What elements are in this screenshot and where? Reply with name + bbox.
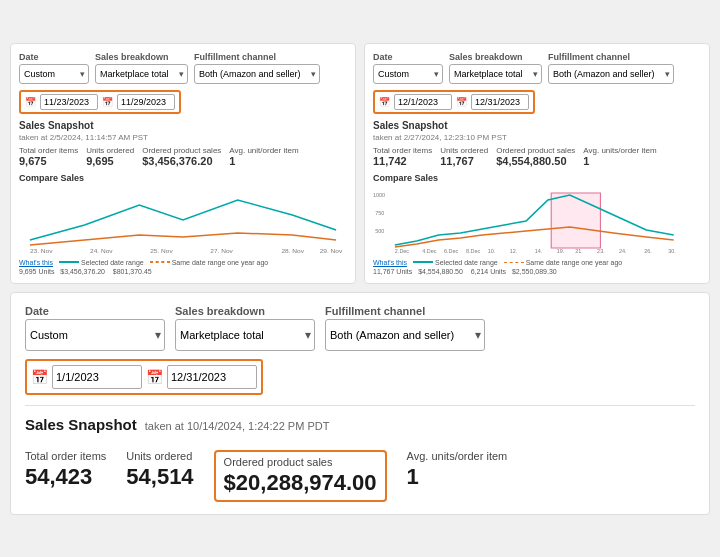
metric-value-total-orders-right: 11,742 bbox=[373, 155, 432, 167]
metric-label-avg-right: Avg. units/order item bbox=[583, 146, 656, 155]
main-panel: Date Custom Sales breakdown Marketplace … bbox=[10, 292, 710, 515]
date-select-right[interactable]: Custom bbox=[373, 64, 443, 84]
legend-item-2-left: Same date range one year ago bbox=[150, 259, 269, 266]
main-metric-value-sales: $20,288,974.00 bbox=[224, 470, 377, 496]
calendar-icon-main-end: 📅 bbox=[146, 369, 163, 385]
snapshot-time-main: taken at 10/14/2024, 1:24:22 PM PDT bbox=[145, 420, 330, 432]
date-select-wrapper-main[interactable]: Custom bbox=[25, 319, 165, 351]
fulfillment-label-left: Fulfillment channel bbox=[194, 52, 320, 62]
sales-breakdown-select-wrapper-main[interactable]: Marketplace total bbox=[175, 319, 315, 351]
svg-text:24. Nov: 24. Nov bbox=[90, 247, 113, 254]
metric-sales-left: Ordered product sales $3,456,376.20 bbox=[142, 146, 221, 167]
date-select-wrapper-left[interactable]: Custom bbox=[19, 64, 89, 84]
end-date-input-right[interactable] bbox=[471, 94, 529, 110]
legend-dash-right bbox=[504, 262, 524, 263]
calendar-icon-right-end: 📅 bbox=[456, 97, 467, 107]
date-range-box-main: 📅 📅 bbox=[25, 359, 263, 395]
divider-main bbox=[25, 405, 695, 406]
metric-value-avg-right: 1 bbox=[583, 155, 656, 167]
metric-total-orders-right: Total order items 11,742 bbox=[373, 146, 432, 167]
sales-breakdown-group-right: Sales breakdown Marketplace total bbox=[449, 52, 542, 84]
fulfillment-group-left: Fulfillment channel Both (Amazon and sel… bbox=[194, 52, 320, 84]
fulfillment-select-wrapper-main[interactable]: Both (Amazon and seller) bbox=[325, 319, 485, 351]
metric-avg-right: Avg. units/order item 1 bbox=[583, 146, 656, 167]
fulfillment-select-wrapper-right[interactable]: Both (Amazon and seller) bbox=[548, 64, 674, 84]
sales-breakdown-select-wrapper-right[interactable]: Marketplace total bbox=[449, 64, 542, 84]
metric-value-avg-left: 1 bbox=[229, 155, 298, 167]
svg-text:24.: 24. bbox=[619, 248, 627, 254]
legend-values-right: 11,767 Units $4,554,880.50 6,214 Units $… bbox=[373, 268, 701, 275]
start-date-input-main[interactable] bbox=[52, 365, 142, 389]
end-date-input-left[interactable] bbox=[117, 94, 175, 110]
fulfillment-label-main: Fulfillment channel bbox=[325, 305, 485, 317]
svg-text:8.Dec: 8.Dec bbox=[466, 248, 481, 254]
metric-label-units-right: Units ordered bbox=[440, 146, 488, 155]
svg-text:26.: 26. bbox=[644, 248, 652, 254]
sales-breakdown-select-main[interactable]: Marketplace total bbox=[175, 319, 315, 351]
legend-values-left: 9,695 Units $3,456,376.20 $801,370.45 bbox=[19, 268, 347, 275]
end-date-input-main[interactable] bbox=[167, 365, 257, 389]
metric-value-total-orders-left: 9,675 bbox=[19, 155, 78, 167]
metric-label-total-orders-right: Total order items bbox=[373, 146, 432, 155]
chart-area-right: 1000 750 500 2.Dec 4.Dec 6.Dec 8.Dec 10.… bbox=[373, 185, 701, 255]
date-range-box-left: 📅 📅 bbox=[19, 90, 181, 114]
main-metric-label-avg: Avg. units/order item bbox=[407, 450, 508, 462]
main-metric-total-orders: Total order items 54,423 bbox=[25, 450, 106, 502]
date-select-left[interactable]: Custom bbox=[19, 64, 89, 84]
metric-label-units-left: Units ordered bbox=[86, 146, 134, 155]
date-label-main: Date bbox=[25, 305, 165, 317]
legend-val1-left: 9,695 Units $3,456,376.20 bbox=[19, 268, 105, 275]
legend-item-2-right: Same date range one year ago bbox=[504, 259, 623, 266]
main-metric-sales: Ordered product sales $20,288,974.00 bbox=[214, 450, 387, 502]
main-metric-value-total-orders: 54,423 bbox=[25, 464, 106, 490]
svg-text:750: 750 bbox=[375, 210, 384, 216]
sales-breakdown-label-main: Sales breakdown bbox=[175, 305, 315, 317]
sales-breakdown-label-left: Sales breakdown bbox=[95, 52, 188, 62]
svg-text:1000: 1000 bbox=[373, 192, 385, 198]
legend-item-1-right: Selected date range bbox=[413, 259, 498, 266]
metric-sales-right: Ordered product sales $4,554,880.50 bbox=[496, 146, 575, 167]
fulfillment-select-wrapper-left[interactable]: Both (Amazon and seller) bbox=[194, 64, 320, 84]
sales-breakdown-select-right[interactable]: Marketplace total bbox=[449, 64, 542, 84]
legend-dot-1-right bbox=[413, 261, 433, 263]
metric-label-avg-left: Avg. unit/order item bbox=[229, 146, 298, 155]
metric-total-orders-left: Total order items 9,675 bbox=[19, 146, 78, 167]
fulfillment-group-main: Fulfillment channel Both (Amazon and sel… bbox=[325, 305, 485, 351]
calendar-icon-main-start: 📅 bbox=[31, 369, 48, 385]
metric-value-sales-right: $4,554,880.50 bbox=[496, 155, 575, 167]
date-select-main[interactable]: Custom bbox=[25, 319, 165, 351]
date-range-box-right: 📅 📅 bbox=[373, 90, 535, 114]
start-date-input-right[interactable] bbox=[394, 94, 452, 110]
fulfillment-select-right[interactable]: Both (Amazon and seller) bbox=[548, 64, 674, 84]
whats-this-right[interactable]: What's this bbox=[373, 259, 407, 266]
main-metric-value-avg: 1 bbox=[407, 464, 508, 490]
top-right-panel: Date Custom Sales breakdown Marketplace … bbox=[364, 43, 710, 284]
legend-dot-1-left bbox=[59, 261, 79, 263]
compare-footer-left: What's this Selected date range Same dat… bbox=[19, 259, 347, 266]
snapshot-title-left: Sales Snapshot bbox=[19, 120, 347, 131]
metric-value-units-left: 9,695 bbox=[86, 155, 134, 167]
date-select-wrapper-right[interactable]: Custom bbox=[373, 64, 443, 84]
sales-breakdown-select-left[interactable]: Marketplace total bbox=[95, 64, 188, 84]
start-date-input-left[interactable] bbox=[40, 94, 98, 110]
whats-this-left[interactable]: What's this bbox=[19, 259, 53, 266]
calendar-icon-left-end: 📅 bbox=[102, 97, 113, 107]
main-metric-label-total-orders: Total order items bbox=[25, 450, 106, 462]
sales-breakdown-select-wrapper-left[interactable]: Marketplace total bbox=[95, 64, 188, 84]
legend-item-1-left: Selected date range bbox=[59, 259, 144, 266]
svg-text:30.: 30. bbox=[668, 248, 676, 254]
fulfillment-select-left[interactable]: Both (Amazon and seller) bbox=[194, 64, 320, 84]
svg-text:23. Nov: 23. Nov bbox=[30, 247, 53, 254]
chart-svg-right: 1000 750 500 2.Dec 4.Dec 6.Dec 8.Dec 10.… bbox=[373, 185, 701, 255]
legend-text-1-right: Selected date range bbox=[435, 259, 498, 266]
svg-text:23.: 23. bbox=[597, 248, 605, 254]
snapshot-title-right: Sales Snapshot bbox=[373, 120, 701, 131]
sales-breakdown-label-right: Sales breakdown bbox=[449, 52, 542, 62]
svg-text:10.: 10. bbox=[488, 248, 496, 254]
legend-val2-left: $801,370.45 bbox=[113, 268, 152, 275]
chart-area-left: 23. Nov 24. Nov 25. Nov 27. Nov 28. Nov … bbox=[19, 185, 347, 255]
fulfillment-select-main[interactable]: Both (Amazon and seller) bbox=[325, 319, 485, 351]
legend-text-2-right: Same date range one year ago bbox=[526, 259, 623, 266]
svg-text:2.Dec: 2.Dec bbox=[395, 248, 410, 254]
svg-text:500: 500 bbox=[375, 228, 384, 234]
